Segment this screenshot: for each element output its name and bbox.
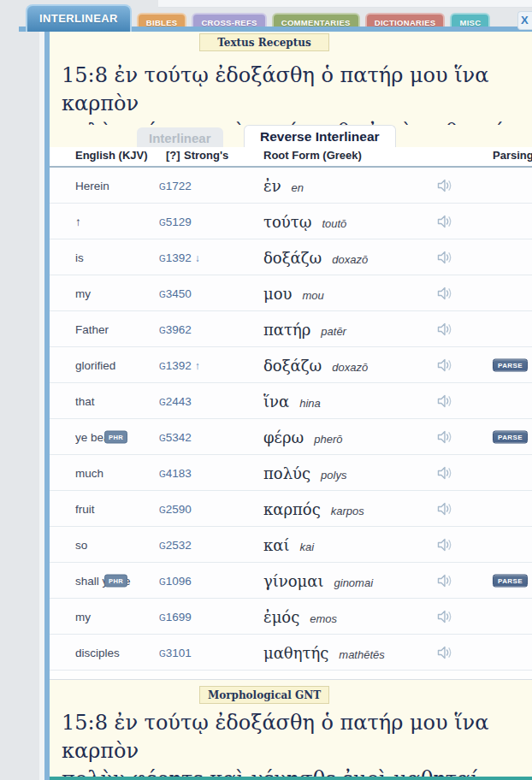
strongs-link[interactable]: G3101 — [159, 646, 192, 659]
transliteration: ginomai — [334, 576, 374, 588]
strongs-prefix: G — [159, 576, 166, 586]
table-row: Herein G1722 ἐνen — [50, 168, 532, 204]
table-row: shall ye be PHR G1096 γίνομαιginomai PAR… — [50, 563, 532, 599]
english-word: is — [75, 251, 84, 263]
reverse-interlinear-section: Interlinear Reverse Interlinear English … — [50, 125, 532, 679]
greek-word: μου — [263, 284, 292, 302]
strongs-prefix: G — [159, 648, 166, 658]
strongs-number: 1722 — [166, 179, 192, 192]
strongs-link[interactable]: G2590 — [159, 502, 192, 515]
strongs-prefix: G — [159, 181, 166, 191]
english-word: glorified — [75, 358, 115, 371]
speaker-icon[interactable] — [436, 501, 453, 517]
table-row: ye bear PHR G5342 φέρωpherō PARSE — [50, 419, 532, 455]
strongs-prefix: G — [159, 505, 166, 514]
table-row: so G2532 καίkai — [50, 527, 532, 563]
strongs-link[interactable]: G1699 — [159, 610, 192, 623]
speaker-icon[interactable] — [436, 214, 453, 229]
strongs-link[interactable]: G5342 — [159, 430, 192, 443]
tab-interlinear[interactable]: INTERLINEAR — [26, 4, 132, 32]
strongs-prefix: G — [159, 433, 166, 442]
speaker-icon[interactable] — [436, 645, 453, 660]
root-form: φέρωpherō — [263, 428, 342, 446]
strongs-link[interactable]: G2443 — [159, 394, 192, 407]
strongs-number: 5129 — [166, 215, 192, 228]
strongs-number: 1096 — [166, 574, 192, 587]
strongs-number: 3450 — [166, 287, 192, 299]
strongs-arrow[interactable]: ↓ — [195, 251, 200, 263]
strongs-prefix: G — [159, 541, 166, 550]
interlinear-subtabs: Interlinear Reverse Interlinear — [50, 125, 532, 147]
transliteration: karpos — [331, 504, 364, 517]
phr-badge[interactable]: PHR — [104, 430, 127, 443]
greek-word: ἐμός — [263, 607, 299, 625]
root-form: γίνομαιginomai — [263, 571, 373, 589]
root-form: τούτῳtoutō — [263, 212, 346, 230]
parse-button[interactable]: PARSE — [493, 430, 528, 443]
speaker-icon[interactable] — [436, 178, 453, 193]
speaker-icon[interactable] — [436, 358, 453, 373]
table-row: disciples G3101 μαθητήςmathētēs — [50, 635, 532, 671]
transliteration: patēr — [321, 324, 346, 337]
transliteration: hina — [299, 396, 321, 409]
speaker-icon[interactable] — [436, 429, 453, 445]
strongs-link[interactable]: G1722 — [159, 179, 192, 192]
strongs-number: 2443 — [166, 394, 192, 407]
strongs-link[interactable]: G1392↑ — [159, 358, 200, 371]
greek-word: πολύς — [263, 464, 310, 482]
english-word: Herein — [75, 179, 109, 192]
strongs-link[interactable]: G4183 — [159, 466, 192, 479]
english-word: so — [75, 538, 87, 551]
speaker-icon[interactable] — [436, 609, 453, 624]
speaker-icon[interactable] — [436, 573, 453, 588]
table-row: ↑ G5129 τούτῳtoutō — [50, 204, 532, 239]
speaker-icon[interactable] — [436, 322, 453, 337]
morphological-gnt-section: Morphological GNT 15:8 ἐν τούτῳ ἐδοξάσθη… — [50, 679, 532, 780]
transliteration: en — [292, 180, 304, 193]
tab-interlinear[interactable]: Interlinear — [137, 127, 223, 147]
transliteration: mathētēs — [339, 647, 384, 660]
english-word: Father — [75, 322, 109, 335]
speaker-icon[interactable] — [436, 250, 453, 265]
table-row: fruit G2590 καρπόςkarpos — [50, 491, 532, 527]
strongs-number: 1699 — [166, 610, 192, 623]
parse-button[interactable]: PARSE — [493, 574, 528, 587]
greek-word: πατήρ — [263, 320, 310, 338]
root-form: μαθητήςmathētēs — [263, 643, 385, 661]
strongs-arrow[interactable]: ↑ — [195, 359, 200, 371]
strongs-link[interactable]: G1096 — [159, 574, 192, 587]
transliteration: kai — [299, 540, 314, 552]
greek-word: μαθητής — [263, 643, 328, 661]
close-panel-button[interactable]: X — [517, 11, 532, 30]
strongs-number: 2590 — [166, 502, 192, 515]
greek-word: δοξάζω — [263, 356, 322, 374]
header-parsing: Parsing — [493, 149, 532, 162]
speaker-icon[interactable] — [436, 286, 453, 301]
phr-badge[interactable]: PHR — [104, 574, 127, 587]
root-form: ἐμόςemos — [263, 607, 337, 625]
strongs-link[interactable]: G5129 — [159, 215, 192, 228]
strongs-link[interactable]: G3962 — [159, 322, 192, 335]
strongs-link[interactable]: G1392↓ — [159, 251, 200, 263]
speaker-icon[interactable] — [436, 537, 453, 552]
table-row: my G1699 ἐμόςemos — [50, 599, 532, 635]
english-word: disciples — [75, 646, 120, 659]
parse-button[interactable]: PARSE — [493, 358, 528, 371]
root-form: ἵναhina — [263, 392, 321, 410]
table-row: that G2443 ἵναhina — [50, 383, 532, 419]
morphological-gnt-badge[interactable]: Morphological GNT — [199, 686, 329, 704]
strongs-number: 4183 — [166, 466, 192, 479]
strongs-number: 2532 — [166, 538, 192, 551]
greek-word: γίνομαι — [263, 571, 324, 589]
strongs-link[interactable]: G3450 — [159, 287, 192, 299]
table-row: glorified G1392↑ δοξάζωdoxazō PARSE — [50, 347, 532, 383]
speaker-icon[interactable] — [436, 465, 453, 481]
speaker-icon[interactable] — [436, 393, 453, 409]
textus-receptus-badge[interactable]: Textus Receptus — [199, 33, 329, 51]
greek-word: ἐν — [263, 176, 281, 194]
transliteration: toutō — [322, 216, 346, 229]
tab-reverse-interlinear[interactable]: Reverse Interlinear — [244, 125, 396, 147]
strongs-link[interactable]: G2532 — [159, 538, 192, 551]
help-link[interactable]: [?] — [166, 149, 180, 162]
greek-word: καί — [263, 535, 289, 553]
